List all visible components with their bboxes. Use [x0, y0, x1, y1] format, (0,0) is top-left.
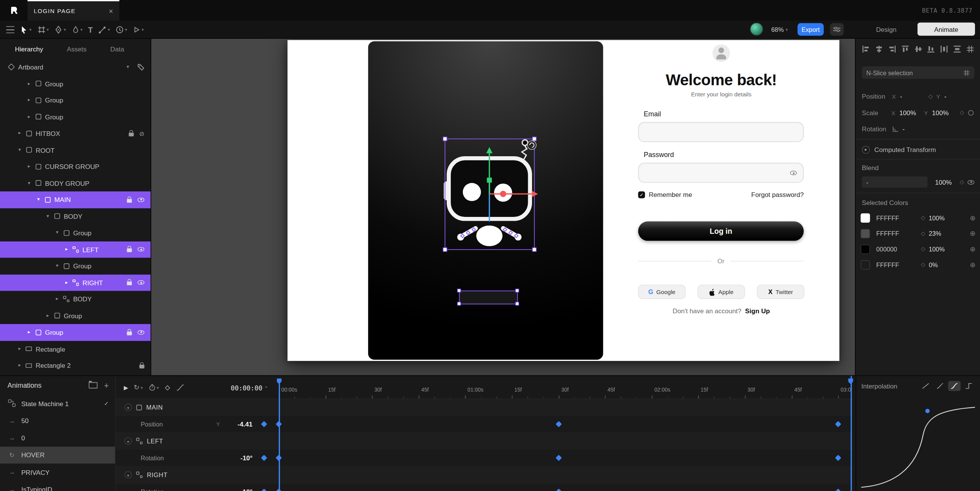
- color-opacity[interactable]: 100%: [929, 214, 957, 221]
- corner-handle[interactable]: [532, 248, 536, 251]
- caret-down-icon[interactable]: ▾: [44, 214, 52, 219]
- keyframe[interactable]: [835, 455, 841, 461]
- blend-mode-select[interactable]: -: [862, 177, 927, 188]
- n-slice-selection-field[interactable]: N-Slice selection: [862, 66, 974, 79]
- timeline-group-row-left[interactable]: ▾ LEFT: [115, 433, 852, 450]
- caret-right-icon[interactable]: ▸: [25, 164, 33, 169]
- add-animation-icon[interactable]: +: [104, 381, 109, 389]
- property-value[interactable]: 10°: [221, 488, 252, 491]
- color-target-icon[interactable]: ⊕: [970, 261, 976, 269]
- keyframe-track[interactable]: [275, 433, 853, 449]
- tree-row-rectangle[interactable]: ▸ Rectangle: [0, 341, 151, 357]
- caret-right-icon[interactable]: ▸: [25, 114, 33, 119]
- scale-y-value[interactable]: 100%: [932, 109, 957, 117]
- keyframe-diamond-icon[interactable]: ◇: [917, 230, 929, 236]
- color-opacity[interactable]: 100%: [929, 246, 957, 253]
- property-value[interactable]: -10°: [221, 454, 252, 462]
- settings-sliders-button[interactable]: [830, 23, 844, 36]
- tree-row-body-group[interactable]: ▾ BODY GROUP: [0, 175, 151, 191]
- distribute-horizontal-icon[interactable]: [940, 45, 948, 53]
- collapse-caret-icon[interactable]: ▾: [124, 437, 132, 445]
- interpolation-curve-editor[interactable]: [856, 396, 979, 491]
- blend-visibility-eye-icon[interactable]: [967, 180, 974, 184]
- keyframe-toggle-icon[interactable]: [261, 421, 267, 427]
- hold-interpolation-icon[interactable]: [962, 381, 975, 391]
- timeline-property-row-rotation-left[interactable]: Rotation -10°: [115, 450, 852, 467]
- bone-tool[interactable]: ▾: [98, 26, 110, 34]
- collapse-caret-icon[interactable]: ▾: [124, 471, 132, 479]
- color-hex[interactable]: 000000: [876, 246, 918, 253]
- caret-right-icon[interactable]: ▸: [25, 81, 33, 86]
- rotation-value[interactable]: -: [903, 125, 927, 133]
- animation-item-50[interactable]: → 50: [0, 412, 115, 429]
- keyframe-toggle-icon[interactable]: [261, 455, 267, 461]
- listener-tool[interactable]: ▾: [115, 26, 127, 34]
- expand-caret-icon[interactable]: ▸: [862, 145, 870, 154]
- nine-slice-grid-icon[interactable]: [966, 45, 974, 53]
- distribute-vertical-icon[interactable]: [953, 45, 961, 53]
- caret-right-icon[interactable]: ▸: [16, 363, 24, 368]
- keyframe[interactable]: [556, 455, 562, 461]
- tab-assets[interactable]: Assets: [67, 45, 86, 53]
- computed-transform-row[interactable]: ▸ Computed Transform: [856, 144, 980, 155]
- keyframe-track[interactable]: [275, 467, 853, 483]
- eye-icon[interactable]: [137, 280, 144, 284]
- align-left-icon[interactable]: [862, 45, 870, 53]
- color-opacity[interactable]: 0%: [929, 261, 957, 268]
- caret-right-icon[interactable]: ▸: [25, 330, 33, 335]
- corner-handle[interactable]: [532, 137, 536, 141]
- collapse-caret-icon[interactable]: ▾: [124, 403, 132, 411]
- caret-right-icon[interactable]: ▸: [53, 297, 61, 302]
- scale-x-value[interactable]: 100%: [899, 109, 924, 117]
- caret-down-icon[interactable]: ▾: [142, 28, 144, 32]
- y-scale-handle[interactable]: [487, 178, 492, 183]
- select-tool[interactable]: ▾: [20, 25, 31, 34]
- close-tab-icon[interactable]: ×: [109, 7, 113, 15]
- zoom-control[interactable]: 68% ▾: [771, 21, 788, 39]
- keyframe[interactable]: [556, 421, 562, 427]
- play-tool[interactable]: ▾: [133, 26, 144, 34]
- caret-down-icon[interactable]: ▾: [125, 28, 127, 32]
- tree-row-body[interactable]: ▾ BODY: [0, 208, 151, 225]
- color-swatch[interactable]: [861, 260, 870, 269]
- tab-hierarchy[interactable]: Hierarchy: [15, 45, 43, 53]
- timeline-property-row-position[interactable]: Position Y -4.41: [115, 416, 852, 433]
- animation-item-state-machine[interactable]: State Machine 1 ✓: [0, 395, 115, 412]
- animation-item-istypingid[interactable]: → IsTypingID: [0, 481, 115, 491]
- keyframe-toggle-icon[interactable]: [261, 489, 267, 491]
- tree-row-right[interactable]: ▸ RIGHT: [0, 274, 151, 291]
- align-center-horizontal-icon[interactable]: [875, 45, 883, 53]
- linear-interpolation-icon[interactable]: [919, 381, 932, 391]
- animation-item-hover[interactable]: ↻ HOVER: [0, 446, 115, 464]
- keyframe-track[interactable]: [275, 484, 853, 491]
- text-tool[interactable]: T: [88, 25, 93, 34]
- lock-icon[interactable]: [127, 282, 132, 286]
- timeline-property-row-rotation-right[interactable]: Rotation 10°: [115, 484, 852, 491]
- align-bottom-icon[interactable]: [927, 45, 935, 53]
- tree-row-hitbox[interactable]: ▸ HITBOX ⊘: [0, 125, 151, 142]
- lock-icon[interactable]: [127, 331, 132, 335]
- tree-row-cursor-group[interactable]: ▸ CURSOR GROUP: [0, 158, 151, 175]
- lock-icon[interactable]: [127, 199, 132, 203]
- animation-item-privacy[interactable]: → PRIVACY: [0, 463, 115, 481]
- caret-down-icon[interactable]: ▾: [25, 181, 33, 186]
- keyframe-diamond-icon[interactable]: ◇: [957, 109, 968, 116]
- color-target-icon[interactable]: ⊕: [970, 229, 976, 237]
- tab-design[interactable]: Design: [858, 23, 915, 36]
- keyframe-diamond-icon[interactable]: ◇: [925, 93, 936, 99]
- keyframe[interactable]: [835, 489, 841, 491]
- ink-tool[interactable]: ▾: [72, 26, 83, 34]
- menu-button[interactable]: [6, 26, 14, 33]
- animation-item-0[interactable]: → 0: [0, 429, 115, 446]
- corner-handle[interactable]: [516, 289, 519, 292]
- caret-down-icon[interactable]: ▾: [35, 197, 43, 202]
- corner-handle[interactable]: [443, 248, 447, 251]
- eye-icon[interactable]: [137, 198, 144, 202]
- proportional-scale-icon[interactable]: [968, 109, 975, 116]
- curve-control-point[interactable]: [925, 409, 929, 413]
- position-x-value[interactable]: -: [900, 93, 925, 100]
- tree-row-artboard[interactable]: Artboard ▾: [0, 59, 151, 75]
- tree-row-root[interactable]: ▾ ROOT: [0, 142, 151, 158]
- caret-down-icon[interactable]: ▾: [30, 28, 32, 32]
- tree-row-group[interactable]: ▸ Group: [0, 307, 151, 324]
